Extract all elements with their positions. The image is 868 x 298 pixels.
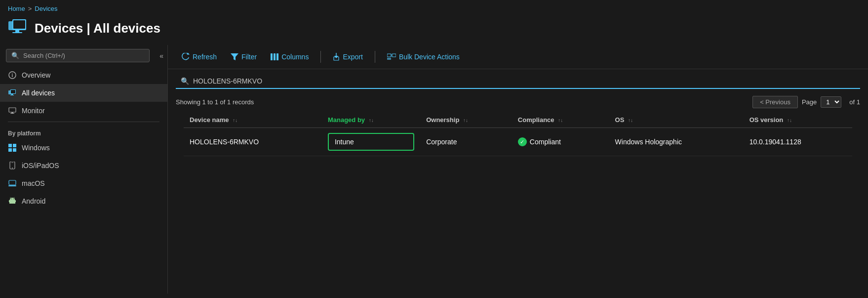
svg-point-20 xyxy=(12,168,13,169)
table-row[interactable]: HOLOLENS-6RMKVO Intune Corporate ✓ Compl… xyxy=(184,128,852,156)
bulk-actions-button[interactable]: Bulk Device Actions xyxy=(381,50,466,64)
ios-icon xyxy=(8,161,17,170)
compliance-text: Compliant xyxy=(530,138,561,146)
toolbar-divider-2 xyxy=(375,51,375,63)
svg-rect-16 xyxy=(13,144,16,147)
col-os[interactable]: OS ↑↓ xyxy=(609,112,744,128)
svg-line-30 xyxy=(14,197,15,198)
svg-rect-13 xyxy=(11,112,13,113)
device-search-bar[interactable]: 🔍 HOLOLENS-6RMKVO xyxy=(176,74,860,89)
columns-button[interactable]: Columns xyxy=(265,50,315,64)
svg-rect-11 xyxy=(10,95,14,95)
svg-rect-35 xyxy=(271,53,273,60)
sidebar-item-overview-label: Overview xyxy=(22,71,50,79)
cell-os: Windows Holographic xyxy=(609,128,744,156)
svg-rect-3 xyxy=(15,30,19,32)
svg-rect-17 xyxy=(8,148,12,152)
cell-managed-by: Intune xyxy=(322,128,420,156)
page-header: Devices | All devices xyxy=(0,14,868,45)
sort-icon-os: ↑↓ xyxy=(628,118,633,123)
compliant-icon: ✓ xyxy=(518,137,527,146)
col-os-version[interactable]: OS version ↑↓ xyxy=(744,112,852,128)
cell-compliance: ✓ Compliant xyxy=(512,128,609,156)
all-devices-icon xyxy=(8,88,17,97)
collapse-button[interactable]: « xyxy=(156,50,167,62)
filter-button[interactable]: Filter xyxy=(225,50,263,64)
sort-icon-managed-by: ↑↓ xyxy=(369,118,374,123)
sidebar-item-monitor-label: Monitor xyxy=(22,107,45,115)
filter-icon xyxy=(231,53,238,60)
page-icon xyxy=(8,18,28,38)
android-icon xyxy=(8,197,17,206)
sidebar-item-windows-label: Windows xyxy=(22,144,50,152)
svg-rect-43 xyxy=(387,58,391,60)
svg-rect-26 xyxy=(9,202,15,204)
overview-icon: i xyxy=(8,71,17,80)
sidebar-search[interactable]: 🔍 Search (Ctrl+/) xyxy=(6,49,150,62)
windows-icon xyxy=(8,143,17,152)
compliance-badge: ✓ Compliant xyxy=(518,137,603,146)
device-search-icon: 🔍 xyxy=(181,77,189,85)
sort-icon-device-name: ↑↓ xyxy=(233,118,237,123)
sidebar-item-macos-label: macOS xyxy=(22,179,45,187)
svg-rect-32 xyxy=(15,200,16,202)
managed-by-highlighted: Intune xyxy=(328,133,414,151)
breadcrumb: Home > Devices xyxy=(0,0,868,14)
svg-rect-2 xyxy=(13,20,25,29)
sort-icon-compliance: ↑↓ xyxy=(558,118,563,123)
page-label: Page xyxy=(802,98,817,106)
devices-table: Device name ↑↓ Managed by ↑↓ Ownership ↑… xyxy=(184,112,852,156)
cell-device-name: HOLOLENS-6RMKVO xyxy=(184,128,322,156)
svg-rect-14 xyxy=(10,113,14,114)
sidebar-nav: i Overview All devices xyxy=(0,66,167,294)
toolbar-divider-1 xyxy=(320,51,321,63)
page-select[interactable]: 1 xyxy=(821,96,841,108)
svg-rect-36 xyxy=(274,53,276,60)
sidebar-item-windows[interactable]: Windows xyxy=(0,139,167,157)
columns-icon xyxy=(271,53,278,60)
macos-icon xyxy=(8,179,17,188)
sidebar-item-overview[interactable]: i Overview xyxy=(0,66,167,84)
sidebar-item-ios[interactable]: iOS/iPadOS xyxy=(0,157,167,174)
table-container: Device name ↑↓ Managed by ↑↓ Ownership ↑… xyxy=(168,112,868,156)
toolbar: Refresh Filter Columns xyxy=(168,45,868,69)
svg-point-27 xyxy=(11,199,11,199)
refresh-button[interactable]: Refresh xyxy=(176,50,223,64)
sidebar-item-android[interactable]: Android xyxy=(0,192,167,210)
sidebar-item-all-devices[interactable]: All devices xyxy=(0,84,167,102)
previous-button[interactable]: < Previous xyxy=(752,96,798,108)
sort-icon-os-version: ↑↓ xyxy=(787,118,792,123)
results-info-bar: Showing 1 to 1 of 1 records < Previous P… xyxy=(168,94,868,112)
svg-point-25 xyxy=(10,198,15,201)
svg-rect-18 xyxy=(13,148,16,152)
device-search-value: HOLOLENS-6RMKVO xyxy=(193,77,262,85)
content-area: Refresh Filter Columns xyxy=(168,45,868,294)
search-placeholder: Search (Ctrl+/) xyxy=(23,52,65,59)
sidebar-item-all-devices-label: All devices xyxy=(22,89,55,97)
svg-rect-22 xyxy=(9,180,16,185)
cell-os-version: 10.0.19041.1128 xyxy=(744,128,852,156)
svg-rect-9 xyxy=(11,90,15,93)
breadcrumb-sep: > xyxy=(28,5,32,12)
export-button[interactable]: Export xyxy=(327,50,368,64)
col-device-name[interactable]: Device name ↑↓ xyxy=(184,112,322,128)
svg-rect-31 xyxy=(9,200,10,202)
sidebar-item-macos[interactable]: macOS xyxy=(0,174,167,192)
col-managed-by[interactable]: Managed by ↑↓ xyxy=(322,112,420,128)
sidebar-item-ios-label: iOS/iPadOS xyxy=(22,162,59,170)
monitor-icon xyxy=(8,106,17,115)
sort-icon-ownership: ↑↓ xyxy=(463,118,468,123)
sidebar-item-android-label: Android xyxy=(22,197,45,205)
breadcrumb-devices[interactable]: Devices xyxy=(35,5,57,12)
col-ownership[interactable]: Ownership ↑↓ xyxy=(420,112,512,128)
svg-line-29 xyxy=(10,197,11,198)
breadcrumb-home[interactable]: Home xyxy=(8,5,25,12)
sidebar: 🔍 Search (Ctrl+/) « i Overview xyxy=(0,45,168,294)
sidebar-item-monitor[interactable]: Monitor xyxy=(0,102,167,120)
svg-rect-10 xyxy=(11,94,13,95)
search-icon: 🔍 xyxy=(11,52,19,59)
svg-rect-12 xyxy=(9,108,16,112)
export-icon xyxy=(333,53,340,61)
col-compliance[interactable]: Compliance ↑↓ xyxy=(512,112,609,128)
svg-rect-21 xyxy=(11,163,13,163)
